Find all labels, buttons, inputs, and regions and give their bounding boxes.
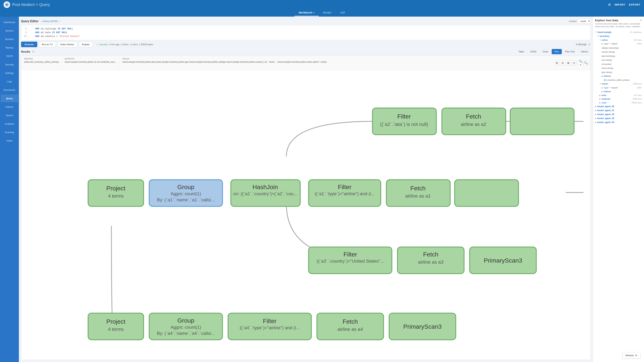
app-logo: [4, 2, 10, 8]
sidebar-item-documents[interactable]: Documents: [1, 86, 18, 94]
tree-field-type: type (string): [595, 70, 642, 74]
chevron-down-icon: ▾: [314, 12, 314, 14]
tree-airline-type: ▶ "type" = "airline" 100%: [595, 42, 642, 46]
sidebar-item-servers[interactable]: Servers: [1, 27, 18, 35]
tree-landmark[interactable]: ▶ landmark 4495 docs: [595, 97, 642, 101]
svg-text:Fetch: Fetch: [423, 251, 438, 258]
tab-udf[interactable]: UDF: [336, 9, 350, 17]
tab-advice[interactable]: Advice: [578, 49, 590, 54]
tab-json[interactable]: JSON: [527, 49, 539, 54]
code-line-9: 9 AND a2.iata IS NOT NULL: [23, 31, 588, 35]
close-icon[interactable]: ✕: [640, 19, 642, 22]
zoom-out-icon[interactable]: 🔍-: [584, 61, 589, 66]
sidebar-item-views[interactable]: Views: [1, 137, 18, 145]
plan-diagram: Filter ((`a2`.`iata`) is not null) Fetch…: [21, 70, 590, 359]
grid-icon[interactable]: ⊠: [566, 61, 571, 66]
expand-icon[interactable]: ⤢: [588, 43, 590, 46]
caret-down-icon: ▼: [597, 35, 599, 38]
svg-text:Group: Group: [177, 184, 194, 191]
sidebar-item-search[interactable]: Search: [1, 112, 18, 119]
tree-tenant-agent-00[interactable]: ▶ tenant_agent_00: [595, 105, 642, 108]
history-next-icon[interactable]: ›: [59, 20, 60, 23]
sidebar-item-logs[interactable]: Logs: [1, 78, 18, 85]
divider: [577, 61, 578, 65]
zoom-in-icon[interactable]: 🔍+: [578, 61, 583, 66]
svg-text:((`a3`.`country`)="United Stat: ((`a3`.`country`)="United States"...: [316, 259, 384, 263]
tab-chart[interactable]: Chart: [540, 49, 551, 54]
history-link[interactable]: history (30/30): [43, 20, 58, 23]
tree-airport-indexes[interactable]: ▶ Indexes: [595, 90, 642, 94]
explore-desc: Common document types, field names, and …: [595, 23, 642, 28]
indexes-value: airline.def_inventory_airline_primary: [24, 61, 59, 64]
plan-fields-section: Fields travel-sample.inventory.airline.i…: [120, 56, 553, 70]
sidebar-item-security[interactable]: Security: [1, 61, 18, 69]
explain-button[interactable]: Explain: [79, 42, 93, 47]
caret-right-icon: ▶: [599, 101, 601, 104]
tree-route[interactable]: ▶ route 24024 docs: [595, 101, 642, 105]
sidebar-item-query[interactable]: Query: [1, 95, 18, 102]
tree-field-id: id (number): [595, 62, 642, 66]
code-editor[interactable]: 8 AND a1.callsign IS NOT NULL 9 AND a2.i…: [21, 25, 590, 40]
code-line-10: 10 AND a3.country = "United States": [23, 35, 588, 38]
context-selector: context unset: [569, 19, 590, 24]
execute-button[interactable]: Execute: [21, 42, 37, 47]
status-badge: ✓ success: [96, 43, 108, 46]
sidebar-item-eventing[interactable]: Eventing: [1, 128, 18, 136]
node-stub-mid[interactable]: [455, 180, 518, 206]
tree-airline[interactable]: ▼ airline 187 docs: [595, 38, 642, 42]
tree-field-name: name (string): [595, 66, 642, 70]
sidebar-item-buckets[interactable]: Buckets: [1, 35, 18, 43]
layout-icon[interactable]: ⊟: [560, 61, 565, 66]
tree-inventory[interactable]: ▼ inventory: [595, 34, 642, 38]
caret-right-icon: ▶: [595, 113, 596, 116]
caret-down-icon: ▼: [599, 83, 601, 85]
sidebar-item-indexes[interactable]: Indexes: [1, 103, 18, 111]
tree-tenant-agent-03[interactable]: ▶ tenant_agent_03: [595, 116, 642, 120]
fit-icon[interactable]: ⊞: [554, 61, 559, 66]
tree-field-country: country (string): [595, 50, 642, 54]
sidebar: Dashboard Servers Buckets Backup XDCR Se…: [0, 17, 19, 362]
caret-right-icon: ▶: [599, 94, 601, 97]
tree-tenant-agent-02[interactable]: ▶ tenant_agent_02: [595, 112, 642, 116]
sidebar-item-xdcr[interactable]: XDCR: [1, 52, 18, 60]
results-title: Results: [21, 50, 30, 53]
tree-travel-sample[interactable]: ▼ travel-sample 15 collections: [595, 30, 642, 34]
tree-hotel[interactable]: ▶ hotel 917 docs: [595, 94, 642, 97]
run-as-tx-button[interactable]: Run as TX: [39, 42, 56, 47]
svg-text:airline as a3: airline as a3: [418, 259, 444, 265]
sidebar-item-settings[interactable]: Settings: [1, 69, 18, 77]
context-dropdown[interactable]: unset: [578, 19, 590, 24]
tab-plan-text[interactable]: Plan Text: [562, 49, 578, 54]
caret-down-icon: ▼: [599, 39, 601, 42]
tree-airport[interactable]: ▼ airport 1968 docs: [595, 82, 642, 86]
tree-airline-indexes[interactable]: ▶ Indexes: [595, 74, 642, 78]
tab-monitor[interactable]: Monitor: [319, 9, 336, 17]
copy-icon[interactable]: ⧉: [32, 50, 34, 53]
node-stub-top[interactable]: [510, 108, 574, 135]
svg-text:((`a1`.`type`)="airline") and : ((`a1`.`type`)="airline") and (i...: [314, 191, 375, 196]
caret-right-icon: ▶: [595, 105, 596, 108]
plan-canvas: Indexes airline.def_inventory_airline_pr…: [21, 56, 590, 360]
tree-tenant-agent-01[interactable]: ▶ tenant_agent_01: [595, 108, 642, 112]
check-icon: ✓: [96, 43, 98, 46]
format-label[interactable]: ≡ format: [576, 43, 586, 46]
sidebar-item-dashboard[interactable]: Dashboard: [1, 18, 18, 26]
import-button[interactable]: IMPORT: [614, 3, 625, 6]
svg-point-2: [6, 4, 8, 6]
tab-plan[interactable]: Plan: [552, 49, 562, 54]
settings-icon[interactable]: ⚙: [608, 3, 611, 7]
content-area: Query Editor ‹ history (30/30) › context…: [19, 17, 644, 362]
query-area: Query Editor ‹ history (30/30) › context…: [19, 17, 593, 362]
refresh-button[interactable]: Refresh ↻: [622, 352, 640, 358]
sidebar-item-analytics[interactable]: Analytics: [1, 120, 18, 128]
settings2-icon[interactable]: ⊡: [572, 61, 576, 66]
tab-table[interactable]: Table: [516, 49, 527, 54]
plan-info: Indexes airline.def_inventory_airline_pr…: [21, 56, 590, 70]
export-button[interactable]: EXPORT: [629, 3, 640, 6]
tree-tenant-agent-04[interactable]: ▶ tenant_agent_04: [595, 120, 642, 124]
history-prev-icon[interactable]: ‹: [41, 20, 42, 23]
tab-workbench[interactable]: Workbench ▾: [294, 9, 319, 17]
index-advisor-button[interactable]: Index Advisor: [57, 42, 78, 47]
caret-right-icon: ▶: [602, 87, 603, 89]
sidebar-item-backup[interactable]: Backup: [1, 44, 18, 52]
